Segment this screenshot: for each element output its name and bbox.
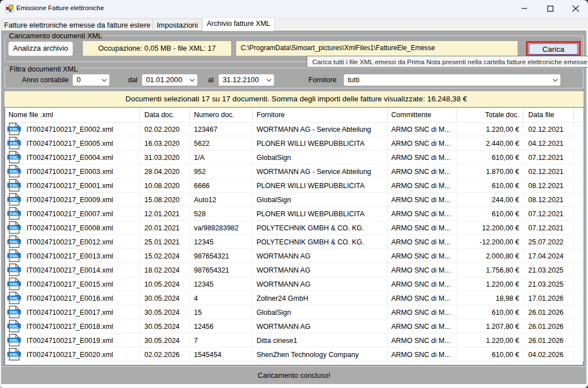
svg-text:XML: XML bbox=[9, 225, 19, 230]
svg-text:XML: XML bbox=[9, 155, 19, 160]
svg-text:XML: XML bbox=[9, 338, 19, 343]
svg-text:XML: XML bbox=[9, 211, 19, 216]
svg-text:XML: XML bbox=[9, 267, 19, 273]
svg-text:XML: XML bbox=[9, 197, 19, 202]
svg-text:XML: XML bbox=[9, 127, 19, 132]
svg-text:XML: XML bbox=[9, 169, 19, 174]
svg-text:XML: XML bbox=[9, 183, 19, 188]
svg-text:XML: XML bbox=[9, 324, 19, 329]
svg-text:XML: XML bbox=[9, 310, 19, 315]
svg-text:XML: XML bbox=[9, 141, 19, 146]
svg-text:XML: XML bbox=[9, 296, 19, 301]
svg-text:XML: XML bbox=[9, 352, 19, 357]
svg-text:XML: XML bbox=[9, 282, 19, 287]
svg-text:XML: XML bbox=[9, 239, 19, 244]
svg-text:XML: XML bbox=[9, 253, 19, 258]
